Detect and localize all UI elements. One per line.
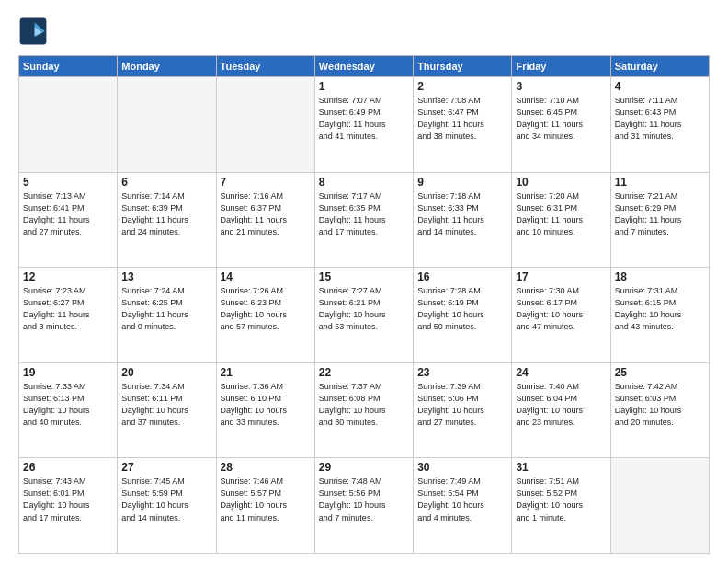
day-info: Sunrise: 7:45 AM Sunset: 5:59 PM Dayligh… xyxy=(121,476,211,523)
day-number: 1 xyxy=(319,80,409,93)
day-number: 14 xyxy=(221,270,311,283)
calendar-cell: 12Sunrise: 7:23 AM Sunset: 6:27 PM Dayli… xyxy=(19,268,118,363)
day-info: Sunrise: 7:37 AM Sunset: 6:08 PM Dayligh… xyxy=(319,381,409,429)
calendar-header-row: SundayMondayTuesdayWednesdayThursdayFrid… xyxy=(19,56,710,77)
day-number: 18 xyxy=(615,270,705,283)
calendar-day-header: Saturday xyxy=(610,56,709,77)
day-info: Sunrise: 7:18 AM Sunset: 6:33 PM Dayligh… xyxy=(417,190,507,238)
calendar-cell xyxy=(610,458,709,554)
calendar-cell: 19Sunrise: 7:33 AM Sunset: 6:13 PM Dayli… xyxy=(19,362,118,458)
page: SundayMondayTuesdayWednesdayThursdayFrid… xyxy=(0,0,728,563)
calendar-cell: 6Sunrise: 7:14 AM Sunset: 6:39 PM Daylig… xyxy=(118,172,216,268)
day-number: 2 xyxy=(417,80,507,93)
day-info: Sunrise: 7:27 AM Sunset: 6:21 PM Dayligh… xyxy=(319,285,409,333)
calendar-cell: 14Sunrise: 7:26 AM Sunset: 6:23 PM Dayli… xyxy=(216,268,314,363)
day-info: Sunrise: 7:51 AM Sunset: 5:52 PM Dayligh… xyxy=(516,476,606,523)
day-number: 7 xyxy=(221,176,311,189)
logo xyxy=(18,17,51,46)
calendar-cell: 31Sunrise: 7:51 AM Sunset: 5:52 PM Dayli… xyxy=(512,458,610,554)
calendar-cell: 15Sunrise: 7:27 AM Sunset: 6:21 PM Dayli… xyxy=(314,268,413,363)
calendar-cell: 11Sunrise: 7:21 AM Sunset: 6:29 PM Dayli… xyxy=(610,172,709,268)
day-number: 9 xyxy=(417,176,507,189)
day-number: 13 xyxy=(121,270,211,283)
calendar-day-header: Monday xyxy=(118,56,216,77)
day-number: 17 xyxy=(516,270,606,283)
calendar-cell: 13Sunrise: 7:24 AM Sunset: 6:25 PM Dayli… xyxy=(118,268,216,363)
day-info: Sunrise: 7:46 AM Sunset: 5:57 PM Dayligh… xyxy=(221,476,311,523)
calendar-week-row: 19Sunrise: 7:33 AM Sunset: 6:13 PM Dayli… xyxy=(19,362,710,458)
calendar-day-header: Thursday xyxy=(414,56,512,77)
calendar-cell xyxy=(19,77,118,173)
day-info: Sunrise: 7:49 AM Sunset: 5:54 PM Dayligh… xyxy=(417,476,507,523)
calendar-cell: 21Sunrise: 7:36 AM Sunset: 6:10 PM Dayli… xyxy=(216,362,314,458)
logo-icon xyxy=(18,17,48,46)
calendar-day-header: Friday xyxy=(512,56,610,77)
day-info: Sunrise: 7:21 AM Sunset: 6:29 PM Dayligh… xyxy=(615,190,705,238)
day-info: Sunrise: 7:08 AM Sunset: 6:47 PM Dayligh… xyxy=(417,95,507,143)
day-number: 27 xyxy=(121,461,211,474)
calendar-week-row: 26Sunrise: 7:43 AM Sunset: 6:01 PM Dayli… xyxy=(19,458,710,554)
day-number: 15 xyxy=(319,270,409,283)
calendar-cell xyxy=(118,77,216,173)
day-info: Sunrise: 7:24 AM Sunset: 6:25 PM Dayligh… xyxy=(121,285,211,333)
calendar-cell: 9Sunrise: 7:18 AM Sunset: 6:33 PM Daylig… xyxy=(414,172,512,268)
day-info: Sunrise: 7:39 AM Sunset: 6:06 PM Dayligh… xyxy=(417,381,507,429)
calendar-cell: 1Sunrise: 7:07 AM Sunset: 6:49 PM Daylig… xyxy=(314,77,413,173)
day-info: Sunrise: 7:43 AM Sunset: 6:01 PM Dayligh… xyxy=(23,476,113,523)
day-info: Sunrise: 7:42 AM Sunset: 6:03 PM Dayligh… xyxy=(615,381,705,429)
calendar-day-header: Wednesday xyxy=(314,56,413,77)
day-number: 20 xyxy=(121,366,211,379)
header xyxy=(18,17,710,46)
calendar-cell: 18Sunrise: 7:31 AM Sunset: 6:15 PM Dayli… xyxy=(610,268,709,363)
calendar-cell: 27Sunrise: 7:45 AM Sunset: 5:59 PM Dayli… xyxy=(118,458,216,554)
day-number: 26 xyxy=(23,461,113,474)
day-number: 29 xyxy=(319,461,409,474)
day-info: Sunrise: 7:33 AM Sunset: 6:13 PM Dayligh… xyxy=(23,381,113,429)
day-number: 31 xyxy=(516,461,606,474)
calendar-week-row: 1Sunrise: 7:07 AM Sunset: 6:49 PM Daylig… xyxy=(19,77,710,173)
day-info: Sunrise: 7:48 AM Sunset: 5:56 PM Dayligh… xyxy=(319,476,409,523)
day-info: Sunrise: 7:28 AM Sunset: 6:19 PM Dayligh… xyxy=(417,285,507,333)
day-number: 3 xyxy=(516,80,606,93)
calendar-cell: 20Sunrise: 7:34 AM Sunset: 6:11 PM Dayli… xyxy=(118,362,216,458)
day-info: Sunrise: 7:07 AM Sunset: 6:49 PM Dayligh… xyxy=(319,95,409,143)
day-info: Sunrise: 7:17 AM Sunset: 6:35 PM Dayligh… xyxy=(319,190,409,238)
calendar-cell: 22Sunrise: 7:37 AM Sunset: 6:08 PM Dayli… xyxy=(314,362,413,458)
calendar-week-row: 5Sunrise: 7:13 AM Sunset: 6:41 PM Daylig… xyxy=(19,172,710,268)
calendar-cell: 24Sunrise: 7:40 AM Sunset: 6:04 PM Dayli… xyxy=(512,362,610,458)
day-info: Sunrise: 7:34 AM Sunset: 6:11 PM Dayligh… xyxy=(121,381,211,429)
day-number: 24 xyxy=(516,366,606,379)
calendar-cell xyxy=(216,77,314,173)
day-info: Sunrise: 7:40 AM Sunset: 6:04 PM Dayligh… xyxy=(516,381,606,429)
day-number: 12 xyxy=(23,270,113,283)
day-number: 30 xyxy=(417,461,507,474)
calendar-table: SundayMondayTuesdayWednesdayThursdayFrid… xyxy=(18,55,710,554)
calendar-day-header: Sunday xyxy=(19,56,118,77)
calendar-cell: 4Sunrise: 7:11 AM Sunset: 6:43 PM Daylig… xyxy=(610,77,709,173)
day-info: Sunrise: 7:10 AM Sunset: 6:45 PM Dayligh… xyxy=(516,95,606,143)
day-info: Sunrise: 7:26 AM Sunset: 6:23 PM Dayligh… xyxy=(221,285,311,333)
calendar-cell: 23Sunrise: 7:39 AM Sunset: 6:06 PM Dayli… xyxy=(414,362,512,458)
calendar-cell: 8Sunrise: 7:17 AM Sunset: 6:35 PM Daylig… xyxy=(314,172,413,268)
calendar-cell: 17Sunrise: 7:30 AM Sunset: 6:17 PM Dayli… xyxy=(512,268,610,363)
day-number: 16 xyxy=(417,270,507,283)
calendar-cell: 26Sunrise: 7:43 AM Sunset: 6:01 PM Dayli… xyxy=(19,458,118,554)
day-number: 6 xyxy=(121,176,211,189)
calendar-cell: 16Sunrise: 7:28 AM Sunset: 6:19 PM Dayli… xyxy=(414,268,512,363)
day-info: Sunrise: 7:23 AM Sunset: 6:27 PM Dayligh… xyxy=(23,285,113,333)
day-number: 8 xyxy=(319,176,409,189)
day-info: Sunrise: 7:11 AM Sunset: 6:43 PM Dayligh… xyxy=(615,95,705,143)
day-number: 23 xyxy=(417,366,507,379)
day-number: 4 xyxy=(615,80,705,93)
day-number: 22 xyxy=(319,366,409,379)
calendar-cell: 3Sunrise: 7:10 AM Sunset: 6:45 PM Daylig… xyxy=(512,77,610,173)
day-info: Sunrise: 7:20 AM Sunset: 6:31 PM Dayligh… xyxy=(516,190,606,238)
day-info: Sunrise: 7:31 AM Sunset: 6:15 PM Dayligh… xyxy=(615,285,705,333)
calendar-cell: 7Sunrise: 7:16 AM Sunset: 6:37 PM Daylig… xyxy=(216,172,314,268)
day-info: Sunrise: 7:30 AM Sunset: 6:17 PM Dayligh… xyxy=(516,285,606,333)
day-info: Sunrise: 7:36 AM Sunset: 6:10 PM Dayligh… xyxy=(221,381,311,429)
calendar-cell: 29Sunrise: 7:48 AM Sunset: 5:56 PM Dayli… xyxy=(314,458,413,554)
calendar-cell: 28Sunrise: 7:46 AM Sunset: 5:57 PM Dayli… xyxy=(216,458,314,554)
day-number: 11 xyxy=(615,176,705,189)
calendar-cell: 30Sunrise: 7:49 AM Sunset: 5:54 PM Dayli… xyxy=(414,458,512,554)
